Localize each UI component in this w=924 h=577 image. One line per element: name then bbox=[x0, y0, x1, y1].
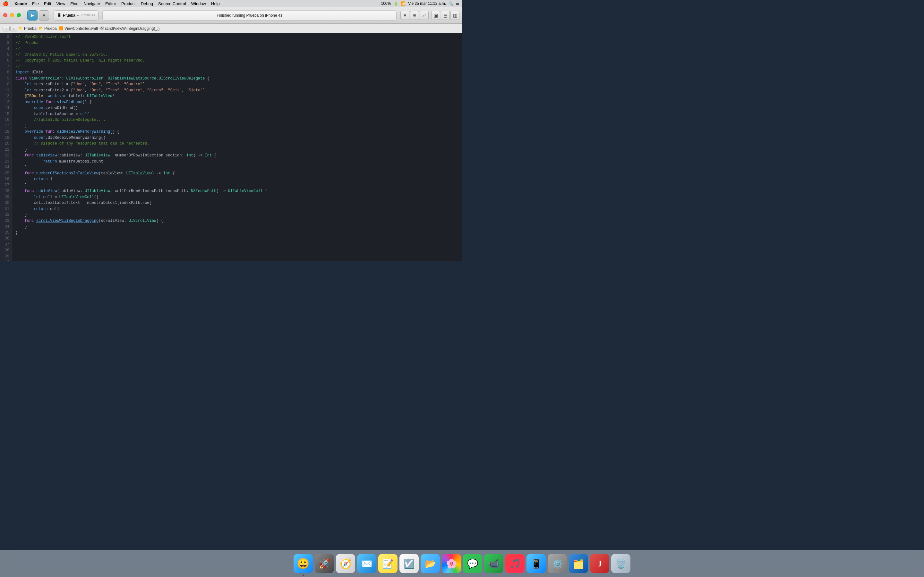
menubar-view[interactable]: View bbox=[53, 1, 68, 6]
menubar-find[interactable]: Find bbox=[68, 1, 81, 6]
breadcrumb-file[interactable]: 🟧 ViewController.swift bbox=[59, 26, 98, 31]
breadcrumb-project-label: Prueba bbox=[24, 26, 37, 31]
scheme-name: Prueba bbox=[63, 13, 75, 18]
menubar-xcode[interactable]: Xcode bbox=[12, 1, 29, 6]
breadcrumb-sep-3: › bbox=[99, 27, 100, 30]
breadcrumb-file-label: ViewController.swift bbox=[65, 26, 98, 31]
breadcrumb-method[interactable]: Ⓜ scrollViewWillBeginDragging(_:) bbox=[100, 26, 160, 31]
navigator-toggle-button[interactable]: ▣ bbox=[431, 11, 440, 20]
zoom-button[interactable] bbox=[17, 13, 21, 17]
version-editor-button[interactable]: ⇄ bbox=[420, 11, 429, 20]
breadcrumb-sep-1: › bbox=[37, 27, 38, 30]
breadcrumb-project[interactable]: 📁 Prueba bbox=[19, 26, 37, 31]
toolbar-right-buttons: ≡ ⊞ ⇄ ▣ ▤ ▥ bbox=[401, 11, 459, 20]
project-icon: 📁 bbox=[19, 26, 23, 31]
menubar-product[interactable]: Product bbox=[119, 1, 138, 6]
breadcrumb: 📁 Prueba › 📂 Prueba › 🟧 ViewController.s… bbox=[19, 26, 160, 31]
menubar-file[interactable]: File bbox=[29, 1, 41, 6]
menubar-help[interactable]: Help bbox=[208, 1, 222, 6]
menubar-window[interactable]: Window bbox=[189, 1, 208, 6]
utilities-toggle-button[interactable]: ▥ bbox=[451, 11, 459, 20]
minimize-button[interactable] bbox=[10, 13, 14, 17]
status-bar: Finished running Prueba on iPhone 4s bbox=[102, 10, 397, 21]
navigator-bar: ‹ › 📁 Prueba › 📂 Prueba › 🟧 ViewControll… bbox=[0, 24, 462, 33]
nav-arrows: ‹ › bbox=[3, 26, 17, 31]
menubar-right: 100% 🔋 📶 Vie 25 mar 11:12 a.m. 🔍 ☰ bbox=[381, 1, 459, 6]
line-numbers: 234567 8910111213 141516171819 202122232… bbox=[0, 33, 11, 261]
breadcrumb-folder-label: Prueba bbox=[44, 26, 57, 31]
stop-button[interactable] bbox=[39, 10, 49, 21]
scheme-selector[interactable]: 📱 Prueba ▶ iPhone 4s bbox=[53, 10, 99, 21]
method-icon: Ⓜ bbox=[100, 26, 104, 31]
assistant-editor-button[interactable]: ⊞ bbox=[410, 11, 419, 20]
run-button[interactable] bbox=[27, 10, 37, 21]
close-button[interactable] bbox=[3, 13, 7, 17]
toolbar: 📱 Prueba ▶ iPhone 4s Finished running Pr… bbox=[0, 7, 462, 24]
menubar-editor[interactable]: Editor bbox=[103, 1, 119, 6]
status-text: Finished running Prueba on iPhone 4s bbox=[217, 13, 282, 18]
datetime: Vie 25 mar 11:12 a.m. bbox=[408, 1, 446, 6]
battery-icon: 🔋 bbox=[393, 1, 398, 6]
code-editor: 234567 8910111213 141516171819 202122232… bbox=[0, 33, 462, 261]
debug-toggle-button[interactable]: ▤ bbox=[441, 11, 450, 20]
notification-icon[interactable]: ☰ bbox=[456, 1, 459, 6]
menubar-debug[interactable]: Debug bbox=[138, 1, 156, 6]
apple-menu[interactable]: 🍎 bbox=[3, 1, 9, 6]
breadcrumb-sep-2: › bbox=[57, 27, 58, 30]
forward-button[interactable]: › bbox=[10, 26, 17, 31]
scheme-icon: 📱 bbox=[57, 13, 61, 17]
back-button[interactable]: ‹ bbox=[3, 26, 10, 31]
folder-icon: 📂 bbox=[39, 26, 43, 31]
search-icon[interactable]: 🔍 bbox=[449, 1, 453, 6]
code-content[interactable]: // ViewController.swift // Prueba // // … bbox=[11, 33, 462, 261]
device-name: iPhone 4s bbox=[81, 13, 95, 17]
scheme-arrow: ▶ bbox=[77, 14, 79, 17]
editor-layout-1-button[interactable]: ≡ bbox=[401, 11, 409, 20]
menubar-source-control[interactable]: Source Control bbox=[156, 1, 189, 6]
menubar-edit[interactable]: Edit bbox=[41, 1, 53, 6]
swift-file-icon: 🟧 bbox=[59, 26, 63, 31]
menubar: 🍎 Xcode File Edit View Find Navigate Edi… bbox=[0, 0, 462, 7]
battery-percentage: 100% bbox=[381, 1, 391, 6]
menubar-navigate[interactable]: Navigate bbox=[81, 1, 103, 6]
wifi-icon: 📶 bbox=[401, 1, 405, 6]
breadcrumb-method-label: scrollViewWillBeginDragging(_:) bbox=[105, 26, 160, 31]
breadcrumb-folder[interactable]: 📂 Prueba bbox=[39, 26, 57, 31]
